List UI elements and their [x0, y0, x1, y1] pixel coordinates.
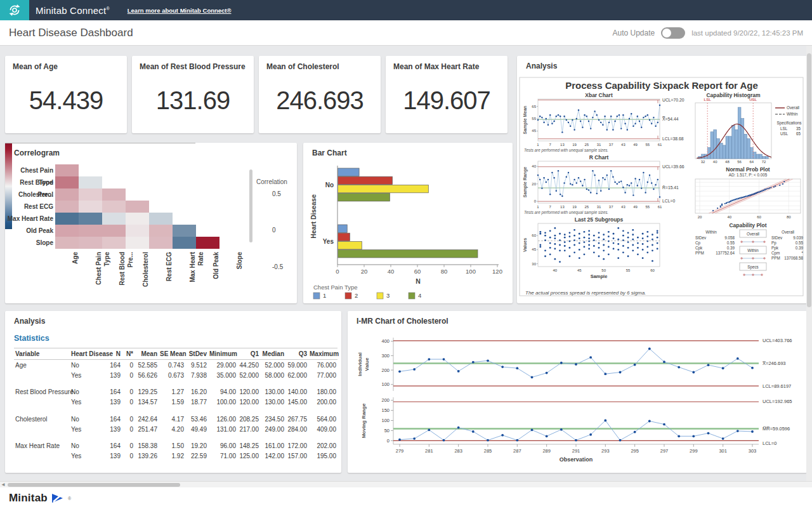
- svg-text:StDev: StDev: [771, 235, 783, 240]
- svg-text:32: 32: [701, 160, 705, 164]
- stats-column-header: StDev: [185, 348, 208, 360]
- svg-text:Observation: Observation: [560, 456, 593, 463]
- svg-text:Individual: Individual: [357, 352, 363, 376]
- horizontal-scrollbar-thumb[interactable]: [8, 483, 180, 487]
- kpi-label: Mean of Age: [13, 62, 58, 71]
- svg-text:USL: USL: [749, 98, 757, 102]
- svg-text:Pp: Pp: [771, 241, 776, 246]
- kpi-label: Mean of Rest Blood Pressure: [140, 62, 246, 71]
- correlogram-cell[interactable]: [79, 176, 102, 188]
- correlogram-cell[interactable]: [55, 201, 79, 213]
- svg-text:61: 61: [658, 143, 662, 147]
- svg-text:301: 301: [719, 448, 727, 454]
- correlogram-cell[interactable]: [126, 213, 149, 225]
- svg-text:Specs: Specs: [747, 265, 759, 270]
- correlogram-cell[interactable]: [126, 225, 149, 237]
- svg-text:19: 19: [572, 143, 577, 147]
- svg-text:Cp: Cp: [695, 241, 701, 246]
- svg-text:X̿=54.44: X̿=54.44: [662, 116, 679, 121]
- svg-text:Sample Mean: Sample Mean: [523, 106, 528, 135]
- auto-update-toggle[interactable]: [661, 27, 685, 39]
- correlogram-cell[interactable]: [102, 237, 126, 249]
- svg-text:LSL: LSL: [780, 126, 788, 131]
- svg-text:0: 0: [336, 268, 339, 275]
- correlogram-cell[interactable]: [55, 225, 79, 237]
- correlogram-scrollbar-thumb[interactable]: [249, 169, 252, 242]
- svg-text:40: 40: [532, 164, 536, 168]
- svg-text:299: 299: [690, 448, 698, 454]
- correlogram-row-label: Max Heart Rate: [5, 213, 53, 225]
- scroll-left-arrow-icon[interactable]: ◄: [1, 482, 6, 487]
- kpi-card-mean-cholesterol: Mean of Cholesterol 246.693: [259, 56, 381, 133]
- correlogram-cell[interactable]: [173, 225, 196, 237]
- page-scrollbar-track[interactable]: [806, 46, 812, 481]
- horizontal-scrollbar-track[interactable]: ◄: [0, 481, 812, 487]
- svg-text:Ppk: Ppk: [771, 246, 779, 251]
- correlogram-column-label: Age: [71, 252, 79, 296]
- correlogram-column-label: Old Peak: [212, 252, 220, 296]
- page-footer: Minitab ®: [0, 487, 812, 509]
- correlogram-cell[interactable]: [102, 225, 126, 237]
- sixpack-analysis-panel: Analysis Process Capability Sixpack Repo…: [517, 56, 807, 303]
- stats-column-header: Q3: [285, 348, 308, 360]
- correlogram-cell[interactable]: [102, 188, 126, 201]
- svg-text:31: 31: [597, 143, 601, 147]
- svg-text:Sample Range: Sample Range: [523, 167, 528, 197]
- correlogram-cell[interactable]: [55, 188, 79, 201]
- correlogram-axis-line: [5, 143, 195, 143]
- svg-text:65: 65: [796, 131, 801, 136]
- stats-column-header: N*: [122, 348, 134, 360]
- correlogram-cell[interactable]: [79, 225, 102, 237]
- correlogram-row-label: Old Peak: [5, 225, 53, 237]
- svg-text:289: 289: [542, 448, 551, 454]
- svg-text:R̄=15.41: R̄=15.41: [662, 185, 679, 190]
- svg-text:37: 37: [609, 205, 613, 209]
- svg-text:279: 279: [396, 448, 404, 454]
- svg-text:Normal Prob Plot: Normal Prob Plot: [726, 166, 770, 173]
- correlogram-cell[interactable]: [126, 237, 149, 249]
- correlogram-cell[interactable]: [102, 201, 126, 213]
- svg-text:287: 287: [513, 448, 521, 454]
- svg-text:40: 40: [388, 268, 395, 275]
- svg-text:25: 25: [584, 205, 589, 209]
- correlogram-cell[interactable]: [149, 225, 173, 237]
- correlogram-figure: Chest Pain TypeRest Blood Pre...Choleste…: [5, 143, 297, 303]
- correlogram-cell[interactable]: [55, 164, 79, 176]
- correlogram-column-label: Chest Pain Type: [95, 252, 103, 296]
- stats-table-row: Yes1390139.261.9222.5971.00125.00142.001…: [14, 451, 337, 461]
- svg-text:0.55: 0.55: [727, 241, 735, 245]
- correlogram-cell[interactable]: [102, 213, 126, 225]
- svg-text:55: 55: [645, 205, 650, 209]
- svg-text:295: 295: [631, 448, 639, 454]
- correlogram-cell[interactable]: [79, 188, 102, 201]
- correlogram-cell[interactable]: [79, 237, 102, 249]
- svg-text:Within: Within: [747, 248, 759, 253]
- svg-text:Yes: Yes: [323, 238, 334, 245]
- stats-table-row: AgeNo164052.5850.7439.51229.00044.25052.…: [14, 360, 337, 371]
- learn-more-link[interactable]: Learn more about Minitab Connect®: [128, 7, 232, 14]
- correlogram-cell[interactable]: [149, 213, 173, 225]
- correlogram-cell[interactable]: [79, 213, 102, 225]
- svg-text:100: 100: [381, 418, 390, 423]
- minitab-connect-logo-icon[interactable]: [0, 0, 29, 20]
- stats-table-row: Yes1390251.474.2049.49131.00217.00249.00…: [14, 424, 337, 434]
- minitab-footer-logo[interactable]: Minitab ®: [9, 492, 71, 505]
- correlogram-cell[interactable]: [196, 237, 219, 249]
- correlogram-cell[interactable]: [55, 213, 79, 225]
- page-scrollbar-thumb[interactable]: [807, 53, 811, 307]
- svg-text:0.39: 0.39: [796, 246, 804, 250]
- correlogram-cell[interactable]: [55, 176, 79, 188]
- svg-text:Overall: Overall: [787, 105, 799, 110]
- correlogram-cell[interactable]: [149, 237, 173, 249]
- toggle-knob: [662, 29, 671, 37]
- correlogram-cell[interactable]: [79, 201, 102, 213]
- stats-table-row: Max Heart RateNo1640158.381.5019.2096.00…: [14, 434, 337, 451]
- svg-text:No: No: [325, 182, 334, 188]
- statistics-heading[interactable]: Statistics: [14, 334, 49, 343]
- svg-text:Tests are performed with unequ: Tests are performed with unequal sample …: [524, 148, 608, 153]
- sync-gear-icon: [8, 3, 22, 17]
- correlogram-cell[interactable]: [173, 237, 196, 249]
- correlogram-cell[interactable]: [55, 237, 79, 249]
- correlogram-cell[interactable]: [126, 201, 149, 213]
- svg-text:0.55: 0.55: [796, 241, 804, 245]
